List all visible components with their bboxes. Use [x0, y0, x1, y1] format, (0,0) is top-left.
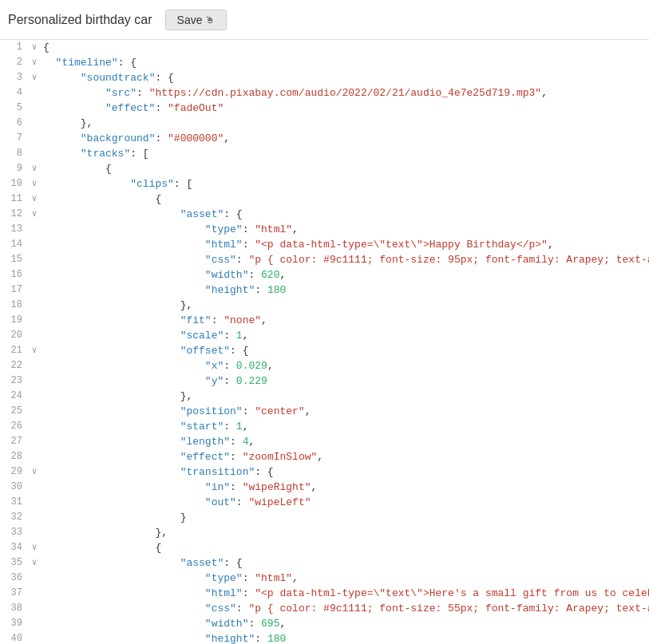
fold-control[interactable]: ∨ [29, 161, 40, 176]
code-content: "soundtrack": { [40, 70, 649, 85]
line-number: 31 [0, 495, 29, 510]
fold-control[interactable]: ∨ [29, 192, 40, 207]
code-content: { [40, 192, 649, 207]
code-content: "transition": { [40, 464, 649, 480]
line-number: 7 [0, 131, 29, 146]
code-content: } [40, 510, 649, 525]
table-row: 27 "length": 4, [0, 434, 649, 449]
fold-control [29, 85, 40, 101]
table-row: 35∨ "asset": { [0, 555, 649, 571]
table-row: 24 }, [0, 389, 649, 404]
table-row: 22 "x": 0.029, [0, 358, 649, 373]
table-row: 8 "tracks": [ [0, 146, 649, 161]
code-content: "css": "p { color: #9c1111; font-size: 9… [40, 252, 649, 267]
code-content: "background": "#000000", [40, 131, 649, 146]
fold-control [29, 495, 40, 510]
line-number: 28 [0, 449, 29, 464]
table-row: 3∨ "soundtrack": { [0, 70, 649, 85]
fold-control [29, 101, 40, 116]
line-number: 39 [0, 616, 29, 631]
fold-control[interactable]: ∨ [29, 176, 40, 192]
code-content: "fit": "none", [40, 313, 649, 328]
fold-control[interactable]: ∨ [29, 70, 40, 85]
line-number: 21 [0, 343, 29, 358]
code-content: }, [40, 389, 649, 404]
fold-control[interactable]: ∨ [29, 207, 40, 222]
fold-control[interactable]: ∨ [29, 343, 40, 358]
code-content: "effect": "zoomInSlow", [40, 449, 649, 464]
table-row: 7 "background": "#000000", [0, 131, 649, 146]
fold-control [29, 510, 40, 525]
fold-control [29, 237, 40, 252]
table-row: 4 "src": "https://cdn.pixabay.com/audio/… [0, 85, 649, 101]
fold-control [29, 480, 40, 495]
page-title: Personalized birthday car [8, 13, 152, 27]
code-content: { [40, 40, 649, 55]
line-number: 33 [0, 525, 29, 540]
line-number: 13 [0, 222, 29, 237]
line-number: 23 [0, 373, 29, 389]
header-bar: Personalized birthday car Save 🖱 [0, 0, 649, 40]
fold-control [29, 404, 40, 419]
code-content: "html": "<p data-html-type=\"text\">Here… [40, 586, 649, 601]
code-editor[interactable]: 1∨{2∨ "timeline": {3∨ "soundtrack": {4 "… [0, 40, 649, 644]
fold-control [29, 434, 40, 449]
table-row: 25 "position": "center", [0, 404, 649, 419]
line-number: 26 [0, 419, 29, 434]
code-content: "clips": [ [40, 176, 649, 192]
fold-control[interactable]: ∨ [29, 555, 40, 571]
cursor-icon: 🖱 [205, 14, 215, 26]
line-number: 25 [0, 404, 29, 419]
code-content: "height": 180 [40, 631, 649, 644]
code-content: "out": "wipeLeft" [40, 495, 649, 510]
fold-control [29, 267, 40, 282]
table-row: 32 } [0, 510, 649, 525]
table-row: 28 "effect": "zoomInSlow", [0, 449, 649, 464]
code-content: "effect": "fadeOut" [40, 101, 649, 116]
table-row: 33 }, [0, 525, 649, 540]
code-content: "timeline": { [40, 55, 649, 70]
table-row: 21∨ "offset": { [0, 343, 649, 358]
save-button[interactable]: Save 🖱 [165, 10, 228, 30]
code-content: "length": 4, [40, 434, 649, 449]
code-content: "scale": 1, [40, 328, 649, 343]
line-number: 16 [0, 267, 29, 282]
line-number: 5 [0, 101, 29, 116]
code-content: "x": 0.029, [40, 358, 649, 373]
line-number: 15 [0, 252, 29, 267]
table-row: 16 "width": 620, [0, 267, 649, 282]
code-content: { [40, 540, 649, 555]
code-content: "height": 180 [40, 282, 649, 298]
fold-control [29, 313, 40, 328]
fold-control [29, 616, 40, 631]
line-number: 8 [0, 146, 29, 161]
line-number: 18 [0, 298, 29, 313]
line-number: 40 [0, 631, 29, 644]
table-row: 37 "html": "<p data-html-type=\"text\">H… [0, 586, 649, 601]
table-row: 29∨ "transition": { [0, 464, 649, 480]
table-row: 40 "height": 180 [0, 631, 649, 644]
code-content: "in": "wipeRight", [40, 480, 649, 495]
fold-control[interactable]: ∨ [29, 464, 40, 480]
fold-control [29, 389, 40, 404]
line-number: 20 [0, 328, 29, 343]
line-number: 9 [0, 161, 29, 176]
line-number: 14 [0, 237, 29, 252]
line-number: 1 [0, 40, 29, 55]
fold-control [29, 601, 40, 616]
table-row: 17 "height": 180 [0, 282, 649, 298]
fold-control [29, 252, 40, 267]
code-content: "asset": { [40, 207, 649, 222]
table-row: 9∨ { [0, 161, 649, 176]
fold-control[interactable]: ∨ [29, 40, 40, 55]
code-content: "start": 1, [40, 419, 649, 434]
code-content: "src": "https://cdn.pixabay.com/audio/20… [40, 85, 649, 101]
code-content: }, [40, 116, 649, 131]
table-row: 12∨ "asset": { [0, 207, 649, 222]
fold-control[interactable]: ∨ [29, 55, 40, 70]
table-row: 34∨ { [0, 540, 649, 555]
table-row: 2∨ "timeline": { [0, 55, 649, 70]
code-content: "width": 695, [40, 616, 649, 631]
fold-control[interactable]: ∨ [29, 540, 40, 555]
fold-control [29, 298, 40, 313]
